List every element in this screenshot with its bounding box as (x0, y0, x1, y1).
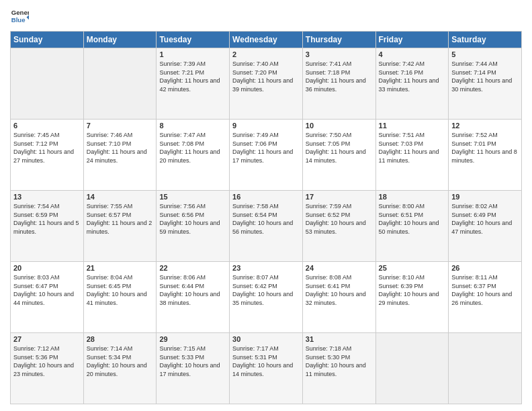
day-number: 27 (13, 335, 81, 343)
calendar-cell: 12Sunrise: 7:52 AMSunset: 7:01 PMDayligh… (449, 120, 522, 191)
day-number: 21 (87, 264, 154, 272)
calendar-cell: 26Sunrise: 8:11 AMSunset: 6:37 PMDayligh… (449, 262, 522, 333)
cell-info: Sunrise: 7:15 AMSunset: 5:33 PMDaylight:… (159, 345, 226, 378)
cell-info: Sunrise: 7:46 AMSunset: 7:10 PMDaylight:… (87, 131, 154, 165)
calendar-header: SundayMondayTuesdayWednesdayThursdayFrid… (11, 32, 522, 48)
calendar-cell: 4Sunrise: 7:42 AMSunset: 7:16 PMDaylight… (375, 48, 449, 120)
calendar-body: 1Sunrise: 7:39 AMSunset: 7:21 PMDaylight… (11, 48, 522, 404)
day-number: 4 (379, 50, 446, 58)
cell-info: Sunrise: 8:07 AMSunset: 6:42 PMDaylight:… (232, 273, 300, 307)
cell-info: Sunrise: 8:08 AMSunset: 6:41 PMDaylight:… (306, 273, 373, 307)
logo-icon: General Blue (10, 7, 29, 26)
calendar-cell: 1Sunrise: 7:39 AMSunset: 7:21 PMDaylight… (157, 48, 230, 120)
calendar-cell: 29Sunrise: 7:15 AMSunset: 5:33 PMDayligh… (157, 333, 230, 404)
day-number: 26 (451, 264, 519, 272)
calendar-cell: 22Sunrise: 8:06 AMSunset: 6:44 PMDayligh… (157, 262, 230, 333)
cell-info: Sunrise: 8:03 AMSunset: 6:47 PMDaylight:… (13, 273, 81, 307)
calendar-cell: 14Sunrise: 7:55 AMSunset: 6:57 PMDayligh… (83, 191, 157, 262)
cell-info: Sunrise: 7:58 AMSunset: 6:54 PMDaylight:… (232, 202, 300, 236)
week-row-1: 6Sunrise: 7:45 AMSunset: 7:12 PMDaylight… (11, 120, 522, 191)
day-number: 31 (306, 335, 373, 343)
cell-info: Sunrise: 7:52 AMSunset: 7:01 PMDaylight:… (451, 131, 519, 165)
day-number: 12 (451, 122, 519, 130)
header-cell-monday: Monday (83, 32, 157, 48)
day-number: 29 (159, 335, 226, 343)
cell-info: Sunrise: 7:51 AMSunset: 7:03 PMDaylight:… (379, 131, 446, 165)
day-number: 22 (159, 264, 226, 272)
header-row: SundayMondayTuesdayWednesdayThursdayFrid… (11, 32, 522, 48)
day-number: 18 (379, 193, 446, 201)
day-number: 23 (232, 264, 300, 272)
day-number: 19 (451, 193, 519, 201)
day-number: 24 (306, 264, 373, 272)
calendar-cell: 3Sunrise: 7:41 AMSunset: 7:18 PMDaylight… (302, 48, 375, 120)
calendar-cell: 6Sunrise: 7:45 AMSunset: 7:12 PMDaylight… (11, 120, 84, 191)
day-number: 5 (451, 50, 519, 58)
day-number: 16 (232, 193, 300, 201)
header-cell-friday: Friday (375, 32, 449, 48)
header-cell-wednesday: Wednesday (230, 32, 303, 48)
day-number: 25 (379, 264, 446, 272)
calendar-cell: 20Sunrise: 8:03 AMSunset: 6:47 PMDayligh… (11, 262, 84, 333)
cell-info: Sunrise: 8:04 AMSunset: 6:45 PMDaylight:… (87, 273, 154, 307)
day-number: 7 (87, 122, 154, 130)
calendar-cell: 28Sunrise: 7:14 AMSunset: 5:34 PMDayligh… (83, 333, 157, 404)
cell-info: Sunrise: 7:55 AMSunset: 6:57 PMDaylight:… (87, 202, 154, 236)
svg-text:General: General (11, 9, 29, 16)
calendar-cell: 30Sunrise: 7:17 AMSunset: 5:31 PMDayligh… (230, 333, 303, 404)
page: General Blue SundayMondayTuesdayWednesda… (0, 0, 532, 411)
calendar-cell: 31Sunrise: 7:18 AMSunset: 5:30 PMDayligh… (302, 333, 375, 404)
day-number: 28 (87, 335, 154, 343)
cell-info: Sunrise: 8:02 AMSunset: 6:49 PMDaylight:… (451, 202, 519, 236)
header-cell-saturday: Saturday (449, 32, 522, 48)
cell-info: Sunrise: 7:45 AMSunset: 7:12 PMDaylight:… (13, 131, 81, 165)
cell-info: Sunrise: 7:18 AMSunset: 5:30 PMDaylight:… (306, 345, 373, 378)
cell-info: Sunrise: 7:14 AMSunset: 5:34 PMDaylight:… (87, 345, 154, 378)
calendar-cell: 10Sunrise: 7:50 AMSunset: 7:05 PMDayligh… (302, 120, 375, 191)
cell-info: Sunrise: 7:59 AMSunset: 6:52 PMDaylight:… (306, 202, 373, 236)
calendar-cell: 18Sunrise: 8:00 AMSunset: 6:51 PMDayligh… (375, 191, 449, 262)
day-number: 14 (87, 193, 154, 201)
day-number: 3 (306, 50, 373, 58)
calendar-cell: 16Sunrise: 7:58 AMSunset: 6:54 PMDayligh… (230, 191, 303, 262)
calendar-cell: 5Sunrise: 7:44 AMSunset: 7:14 PMDaylight… (449, 48, 522, 120)
day-number: 20 (13, 264, 81, 272)
week-row-0: 1Sunrise: 7:39 AMSunset: 7:21 PMDaylight… (11, 48, 522, 120)
header-cell-tuesday: Tuesday (157, 32, 230, 48)
day-number: 2 (232, 50, 300, 58)
week-row-4: 27Sunrise: 7:12 AMSunset: 5:36 PMDayligh… (11, 333, 522, 404)
cell-info: Sunrise: 7:39 AMSunset: 7:21 PMDaylight:… (159, 60, 226, 93)
cell-info: Sunrise: 7:47 AMSunset: 7:08 PMDaylight:… (159, 131, 226, 165)
day-number: 30 (232, 335, 300, 343)
calendar-cell (11, 48, 84, 120)
cell-info: Sunrise: 7:44 AMSunset: 7:14 PMDaylight:… (451, 60, 519, 93)
calendar-cell: 7Sunrise: 7:46 AMSunset: 7:10 PMDaylight… (83, 120, 157, 191)
svg-text:Blue: Blue (11, 16, 26, 24)
week-row-2: 13Sunrise: 7:54 AMSunset: 6:59 PMDayligh… (11, 191, 522, 262)
header-cell-sunday: Sunday (11, 32, 84, 48)
cell-info: Sunrise: 7:40 AMSunset: 7:20 PMDaylight:… (232, 60, 300, 93)
cell-info: Sunrise: 8:11 AMSunset: 6:37 PMDaylight:… (451, 273, 519, 307)
cell-info: Sunrise: 7:49 AMSunset: 7:06 PMDaylight:… (232, 131, 300, 165)
day-number: 6 (13, 122, 81, 130)
calendar-cell: 19Sunrise: 8:02 AMSunset: 6:49 PMDayligh… (449, 191, 522, 262)
cell-info: Sunrise: 7:41 AMSunset: 7:18 PMDaylight:… (306, 60, 373, 93)
calendar-cell: 17Sunrise: 7:59 AMSunset: 6:52 PMDayligh… (302, 191, 375, 262)
cell-info: Sunrise: 7:17 AMSunset: 5:31 PMDaylight:… (232, 345, 300, 378)
calendar-table: SundayMondayTuesdayWednesdayThursdayFrid… (10, 31, 522, 404)
calendar-cell (449, 333, 522, 404)
day-number: 13 (13, 193, 81, 201)
cell-info: Sunrise: 7:12 AMSunset: 5:36 PMDaylight:… (13, 345, 81, 378)
calendar-cell (375, 333, 449, 404)
day-number: 10 (306, 122, 373, 130)
cell-info: Sunrise: 8:10 AMSunset: 6:39 PMDaylight:… (379, 273, 446, 307)
calendar-cell: 2Sunrise: 7:40 AMSunset: 7:20 PMDaylight… (230, 48, 303, 120)
calendar-cell: 11Sunrise: 7:51 AMSunset: 7:03 PMDayligh… (375, 120, 449, 191)
calendar-cell: 23Sunrise: 8:07 AMSunset: 6:42 PMDayligh… (230, 262, 303, 333)
day-number: 17 (306, 193, 373, 201)
cell-info: Sunrise: 7:50 AMSunset: 7:05 PMDaylight:… (306, 131, 373, 165)
day-number: 15 (159, 193, 226, 201)
calendar-cell: 25Sunrise: 8:10 AMSunset: 6:39 PMDayligh… (375, 262, 449, 333)
calendar-cell: 27Sunrise: 7:12 AMSunset: 5:36 PMDayligh… (11, 333, 84, 404)
calendar-cell (83, 48, 157, 120)
